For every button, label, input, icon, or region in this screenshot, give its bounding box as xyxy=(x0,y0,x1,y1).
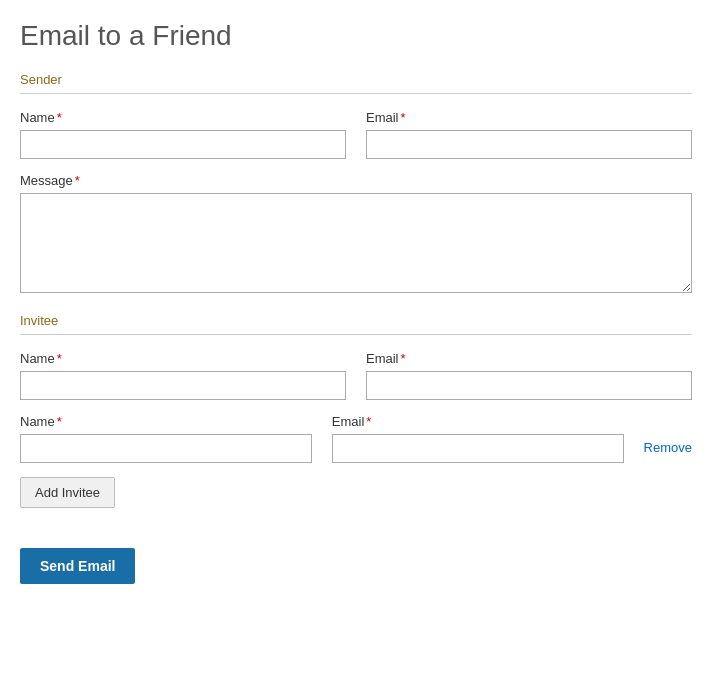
invitee-section: Invitee Name* Email* Name* Email* xyxy=(20,313,692,528)
sender-name-label: Name* xyxy=(20,110,346,125)
invitee-2-email-label: Email* xyxy=(332,414,624,429)
invitee-2-email-input[interactable] xyxy=(332,434,624,463)
sender-email-input[interactable] xyxy=(366,130,692,159)
invitee-section-label: Invitee xyxy=(20,313,692,328)
invitee-2-name-input[interactable] xyxy=(20,434,312,463)
sender-message-textarea[interactable] xyxy=(20,193,692,293)
sender-name-group: Name* xyxy=(20,110,346,159)
invitee-1-name-input[interactable] xyxy=(20,371,346,400)
add-invitee-button[interactable]: Add Invitee xyxy=(20,477,115,508)
sender-divider xyxy=(20,93,692,94)
invitee-2-name-label: Name* xyxy=(20,414,312,429)
sender-section: Sender Name* Email* Message* xyxy=(20,72,692,293)
sender-name-input[interactable] xyxy=(20,130,346,159)
add-invitee-wrapper: Add Invitee xyxy=(20,477,692,528)
sender-email-label: Email* xyxy=(366,110,692,125)
invitee-2-email-group: Email* xyxy=(332,414,624,463)
invitee-1-name-label: Name* xyxy=(20,351,346,366)
invitee-1-row: Name* Email* xyxy=(20,351,692,400)
invitee-2-name-group: Name* xyxy=(20,414,312,463)
send-email-wrapper: Send Email xyxy=(20,548,692,584)
page-title: Email to a Friend xyxy=(20,20,692,52)
invitee-1-email-input[interactable] xyxy=(366,371,692,400)
remove-invitee-link[interactable]: Remove xyxy=(644,440,692,463)
sender-email-group: Email* xyxy=(366,110,692,159)
invitee-2-row: Name* Email* Remove xyxy=(20,414,692,463)
invitee-divider xyxy=(20,334,692,335)
invitee-1-email-group: Email* xyxy=(366,351,692,400)
sender-name-email-row: Name* Email* xyxy=(20,110,692,159)
invitee-1-email-label: Email* xyxy=(366,351,692,366)
send-email-button[interactable]: Send Email xyxy=(20,548,135,584)
sender-section-label: Sender xyxy=(20,72,692,87)
sender-message-group: Message* xyxy=(20,173,692,293)
sender-message-label: Message* xyxy=(20,173,692,188)
invitee-1-name-group: Name* xyxy=(20,351,346,400)
